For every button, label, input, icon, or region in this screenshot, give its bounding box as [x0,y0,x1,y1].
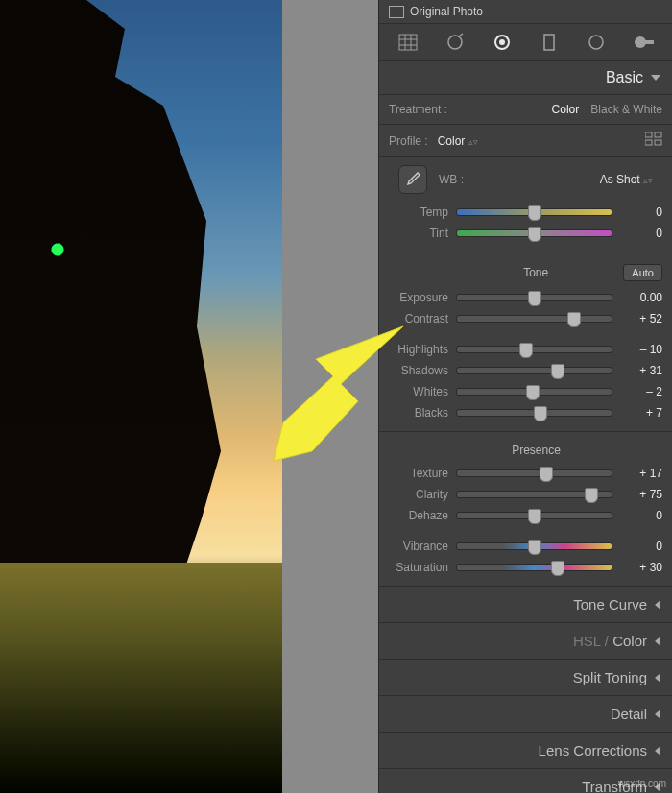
profile-label: Profile : [389,134,428,148]
white-balance-block: WB : As Shot ▵▿ Temp 0 Tint 0 [379,157,672,252]
wb-eyedropper[interactable] [398,165,427,194]
shadows-slider[interactable]: Shadows+ 31 [389,360,662,381]
compare-icon [389,6,404,18]
redeye-tool[interactable] [489,32,516,53]
exposure-slider[interactable]: Exposure0.00 [389,287,662,308]
chevron-left-icon [655,709,660,719]
original-photo-toggle[interactable]: Original Photo [379,0,672,24]
photo-preview [0,0,282,793]
blacks-slider[interactable]: Blacks+ 7 [389,402,662,423]
chevron-left-icon [655,600,660,610]
brush-tool[interactable] [630,32,657,53]
svg-point-5 [448,36,462,49]
svg-point-8 [499,39,505,45]
vibrance-slider[interactable]: Vibrance0 [389,536,662,557]
tone-curve-panel[interactable]: Tone Curve [379,587,672,623]
original-photo-label: Original Photo [410,5,483,18]
watermark: wsxdn.com [618,779,666,789]
svg-line-6 [459,34,463,36]
crop-tool[interactable] [395,32,421,53]
auto-button[interactable]: Auto [623,264,662,281]
treatment-color[interactable]: Color [552,103,580,116]
chevron-left-icon [655,637,660,646]
treatment-label: Treatment : [389,103,447,116]
tone-title: Tone [448,266,623,279]
svg-rect-9 [544,35,554,50]
tint-slider[interactable]: Tint 0 [389,223,662,244]
highlights-slider[interactable]: Highlights– 10 [389,339,662,360]
clarity-slider[interactable]: Clarity+ 75 [389,484,662,505]
saturation-slider[interactable]: Saturation+ 30 [389,557,662,578]
spot-tool[interactable] [442,32,468,53]
presence-block: Presence Texture+ 17 Clarity+ 75 Dehaze0… [379,432,672,587]
hsl-panel[interactable]: HSL / Color [379,623,672,660]
gradient-tool[interactable] [536,32,563,53]
split-toning-panel[interactable]: Split Toning [379,660,672,696]
detail-panel[interactable]: Detail [379,696,672,733]
wb-label: WB : [439,173,464,186]
svg-rect-13 [645,132,652,137]
chevron-down-icon [651,75,660,81]
preview-foreground [0,563,282,793]
texture-slider[interactable]: Texture+ 17 [389,463,662,484]
gutter [282,0,378,793]
chevron-left-icon [655,746,660,756]
svg-rect-0 [399,35,417,50]
tone-block: Tone Auto Exposure0.00 Contrast+ 52 High… [379,252,672,432]
svg-rect-14 [655,132,661,137]
crop-tool-strip [379,24,672,61]
chevron-left-icon [655,673,660,683]
dehaze-slider[interactable]: Dehaze0 [389,505,662,526]
profile-browser-icon[interactable] [645,132,662,149]
radial-tool[interactable] [583,32,610,53]
develop-panel: Original Photo Basic Treatment : Color B… [378,0,672,793]
treatment-row: Treatment : Color Black & White [379,95,672,125]
lens-corrections-panel[interactable]: Lens Corrections [379,733,672,769]
profile-value[interactable]: Color ▵▿ [438,134,478,148]
treatment-bw[interactable]: Black & White [590,103,662,116]
svg-point-10 [589,36,603,49]
temp-slider[interactable]: Temp 0 [389,202,662,223]
svg-rect-16 [655,140,661,145]
whites-slider[interactable]: Whites– 2 [389,381,662,402]
svg-rect-15 [645,140,652,145]
contrast-slider[interactable]: Contrast+ 52 [389,308,662,329]
basic-panel-header[interactable]: Basic [379,61,672,95]
presence-title: Presence [448,444,624,457]
profile-row: Profile : Color ▵▿ [379,125,672,157]
wb-preset[interactable]: As Shot ▵▿ [600,173,653,186]
basic-title: Basic [606,69,643,86]
